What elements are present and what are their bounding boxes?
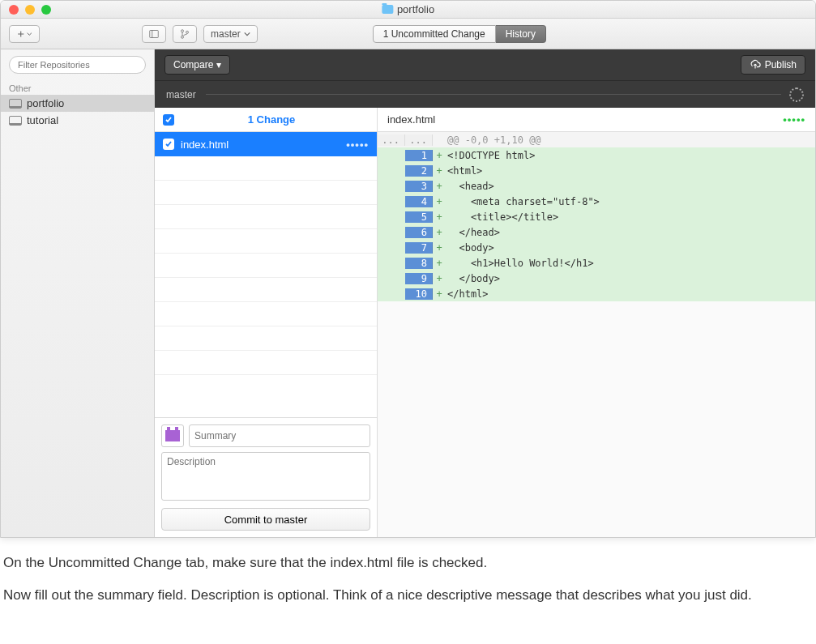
diff-hunk-header: ...... @@ -0,0 +1,10 @@ [378,132,815,147]
changed-file-name: index.html [181,139,229,151]
diff-line: 3+ <head> [378,178,815,194]
folder-icon [382,5,393,14]
svg-rect-0 [150,30,159,37]
diff-filename: index.html [387,113,435,126]
repo-icon [9,99,22,109]
sidebar-toggle-button[interactable] [142,25,166,43]
sync-icon[interactable] [789,87,804,102]
svg-point-4 [186,31,189,33]
diff-line: 8+ <h1>Hello World!</h1> [378,255,815,271]
diff-indicator-icon: ••••• [346,139,369,151]
select-all-checkbox[interactable] [163,114,174,126]
branch-selector-label: master [211,28,241,40]
repo-item-label: tutorial [27,114,58,126]
maximize-window-button[interactable] [41,5,51,15]
repo-icon [9,116,22,126]
sidebar-section-label: Other [1,80,154,95]
diff-indicator-icon: ••••• [783,113,805,126]
compare-button[interactable]: Compare ▾ [164,55,230,75]
branch-selector[interactable]: master [203,25,258,43]
instructions: On the Uncommitted Change tab, make sure… [0,538,816,625]
commit-form: Commit to master [155,417,377,537]
diff-line: 10+</html> [378,286,815,301]
repo-sidebar: Other portfolio tutorial [1,49,155,537]
changes-count: 1 Change [174,113,369,126]
avatar-icon [161,424,184,447]
diff-body[interactable]: ...... @@ -0,0 +1,10 @@ 1+<!DOCTYPE html… [378,132,815,537]
commit-button[interactable]: Commit to master [161,508,370,531]
app-window: portfolio master 1 Uncommitted Change Hi… [0,0,816,538]
titlebar: portfolio [1,1,815,19]
commit-description-input[interactable] [161,452,370,501]
diff-line: 1+<!DOCTYPE html> [378,147,815,163]
repo-item-label: portfolio [27,97,64,109]
view-tabs: 1 Uncommitted Change History [373,25,546,43]
changes-column: 1 Change index.html ••••• [155,108,378,537]
empty-file-list [155,156,377,417]
repo-item-tutorial[interactable]: tutorial [1,112,154,129]
compare-bar: Compare ▾ Publish master [155,49,815,108]
tab-uncommitted-changes[interactable]: 1 Uncommitted Change [373,25,496,43]
branch-name: master [166,89,196,100]
diff-line: 4+ <meta charset="utf-8"> [378,194,815,209]
window-title-text: portfolio [397,3,434,15]
filter-repos-input[interactable] [9,56,146,74]
diff-line: 6+ </head> [378,224,815,240]
diff-header: index.html ••••• [378,108,815,132]
changes-header: 1 Change [155,108,377,132]
commit-summary-input[interactable] [189,424,370,447]
diff-line: 2+<html> [378,163,815,178]
add-menu-button[interactable] [9,25,40,43]
diff-line: 9+ </body> [378,271,815,286]
close-window-button[interactable] [9,5,19,15]
diff-column: index.html ••••• ...... @@ -0,0 +1,10 @@… [378,108,815,537]
file-checkbox[interactable] [163,139,174,150]
instruction-line: Now fill out the summary field. Descript… [3,585,813,606]
changed-file-row[interactable]: index.html ••••• [155,132,377,156]
publish-button[interactable]: Publish [741,55,805,75]
repo-item-portfolio[interactable]: portfolio [1,95,154,112]
branch-icon-button[interactable] [173,25,197,43]
diff-line: 5+ <title></title> [378,209,815,224]
svg-point-2 [182,29,184,32]
svg-point-3 [182,36,184,38]
toolbar: master 1 Uncommitted Change History [1,19,815,49]
diff-line: 7+ <body> [378,240,815,255]
main-panel: Compare ▾ Publish master [155,49,815,537]
chevron-down-icon: ▾ [216,59,221,70]
tab-history[interactable]: History [496,25,546,43]
instruction-line: On the Uncommitted Change tab, make sure… [3,552,813,574]
timeline-line [206,94,781,95]
window-controls [1,5,51,15]
window-title: portfolio [382,3,434,15]
minimize-window-button[interactable] [25,5,35,15]
